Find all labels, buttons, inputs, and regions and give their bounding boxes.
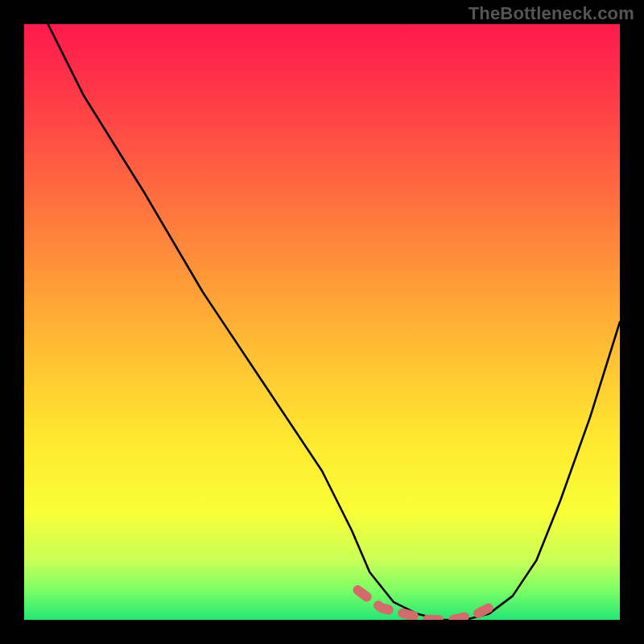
bottleneck-curve — [48, 24, 620, 620]
chart-frame: TheBottleneck.com — [0, 0, 644, 644]
chart-svg — [24, 24, 620, 620]
optimal-zone-marker — [357, 590, 501, 620]
watermark-text: TheBottleneck.com — [469, 3, 634, 24]
